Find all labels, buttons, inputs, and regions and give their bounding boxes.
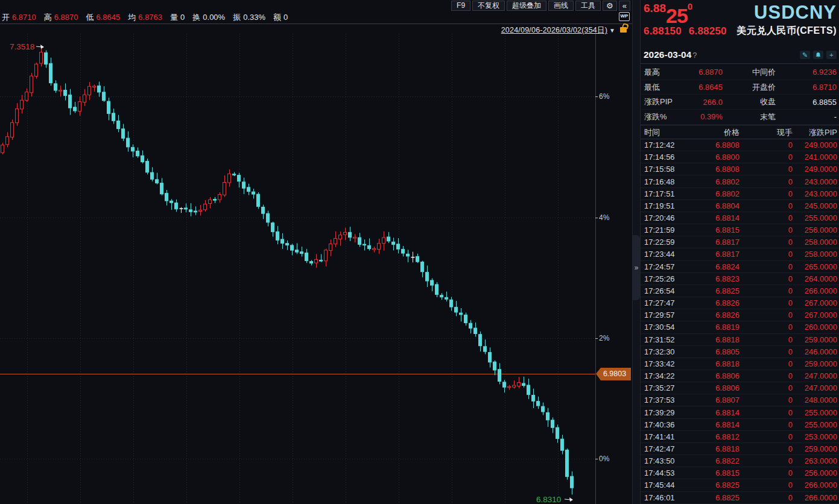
table-row[interactable]: 17:17:516.88020243.0000 xyxy=(641,188,839,200)
table-row[interactable]: 17:21:596.88150256.0000 xyxy=(641,224,839,236)
candle-up xyxy=(78,102,81,112)
toolbar-button-cn1[interactable]: 不复权 xyxy=(472,1,505,11)
candle-down xyxy=(469,323,472,328)
gear-icon[interactable]: ⚙ xyxy=(603,1,617,11)
toolbar-button-cn2[interactable]: 超级叠加 xyxy=(507,1,546,11)
cell-price: 6.8818 xyxy=(696,444,739,453)
table-row[interactable]: 17:26:546.88250266.0000 xyxy=(641,285,839,297)
table-row[interactable]: 17:23:446.88170258.0000 xyxy=(641,248,839,260)
wp-window-icon[interactable]: WP xyxy=(619,12,630,21)
cell-time: 17:24:57 xyxy=(641,262,696,271)
table-row[interactable]: 17:43:506.88220263.0000 xyxy=(641,455,839,467)
unlock-icon[interactable] xyxy=(620,27,627,33)
cell-price: 6.8819 xyxy=(696,323,739,332)
candle-up xyxy=(11,122,14,137)
cell-price: 6.8823 xyxy=(696,274,739,283)
cell-time: 17:26:54 xyxy=(641,286,696,295)
candle-down xyxy=(320,260,323,261)
table-row[interactable]: 17:35:276.88060247.0000 xyxy=(641,382,839,394)
table-row[interactable]: 17:15:586.88080249.0000 xyxy=(641,163,839,175)
candle-down xyxy=(474,328,477,333)
table-row[interactable]: 17:29:576.88260267.0000 xyxy=(641,309,839,321)
table-row[interactable]: 17:31:526.88180259.0000 xyxy=(641,334,839,346)
table-row[interactable]: 17:14:566.88000241.0000 xyxy=(641,151,839,163)
table-row[interactable]: 17:25:266.88230264.0000 xyxy=(641,273,839,285)
cell-time: 17:41:41 xyxy=(641,432,696,441)
cell-time: 17:39:29 xyxy=(641,408,696,417)
cell-time: 17:44:53 xyxy=(641,468,696,477)
cell-volume: 0 xyxy=(739,165,793,174)
cell-price: 6.8817 xyxy=(696,250,739,259)
candle-down xyxy=(185,208,188,209)
candle-down xyxy=(189,210,192,212)
cell-change-pip: 259.0000 xyxy=(793,444,839,453)
table-row[interactable]: 17:45:446.88250266.0000 xyxy=(641,479,839,491)
candle-down xyxy=(286,244,289,245)
quote-row: 涨跌PIP266.0收盘6.8855 xyxy=(641,95,839,110)
candle-up xyxy=(339,235,342,239)
table-row[interactable]: 17:34:226.88060247.0000 xyxy=(641,370,839,382)
candle-down xyxy=(54,84,57,90)
info-value: 6.8645 xyxy=(97,13,121,22)
table-row[interactable]: 17:16:486.88020243.0000 xyxy=(641,175,839,187)
table-row[interactable]: 17:33:426.88180259.0000 xyxy=(641,358,839,370)
table-row[interactable]: 17:30:546.88190260.0000 xyxy=(641,321,839,333)
low-annotation-arrowhead xyxy=(569,497,573,502)
table-row[interactable]: 17:24:576.88240265.0000 xyxy=(641,261,839,273)
cell-volume: 0 xyxy=(739,238,793,247)
cell-volume: 0 xyxy=(739,262,793,271)
candle-down xyxy=(267,213,270,222)
table-row[interactable]: 17:46:016.88250266.0000 xyxy=(641,492,839,504)
edit-pencil-icon[interactable]: ✎ xyxy=(800,51,810,59)
chevron-down-icon[interactable]: ▼ xyxy=(609,27,615,34)
table-row[interactable]: 17:27:476.88260267.0000 xyxy=(641,297,839,309)
candle-down xyxy=(445,297,448,299)
panel-divider: » xyxy=(632,0,641,504)
cell-volume: 0 xyxy=(739,432,793,441)
toolbar-button-f9[interactable]: F9 xyxy=(451,1,470,11)
table-row[interactable]: 17:22:596.88170258.0000 xyxy=(641,236,839,248)
table-row[interactable]: 17:42:476.88180259.0000 xyxy=(641,443,839,455)
table-row[interactable]: 17:39:296.88140255.0000 xyxy=(641,406,839,418)
candle-down xyxy=(532,395,535,402)
info-label: 振 xyxy=(233,13,241,22)
toolbar-button-cn3[interactable]: 画线 xyxy=(548,1,574,11)
table-row[interactable]: 17:44:536.88150256.0000 xyxy=(641,467,839,479)
candle-down xyxy=(368,245,371,248)
quote-value: 0.39% xyxy=(683,112,723,121)
candle-down xyxy=(397,244,400,249)
candle-up xyxy=(30,76,33,93)
cell-time: 17:43:50 xyxy=(641,456,696,465)
table-row[interactable]: 17:41:416.88120253.0000 xyxy=(641,431,839,443)
info-item-换: 换0.00% xyxy=(192,12,225,23)
candle-up xyxy=(378,244,381,250)
ask-price: 6.88250 xyxy=(689,25,727,37)
table-row[interactable]: 17:20:466.88140255.0000 xyxy=(641,212,839,224)
date-range-selector[interactable]: 2024/09/06-2026/03/02(354日) xyxy=(501,25,607,36)
candlestick-chart-canvas[interactable]: 6%4%2%0%6.98037.35186.8310 xyxy=(0,0,632,504)
table-row[interactable]: 17:12:426.88080249.0000 xyxy=(641,139,839,151)
add-plus-icon[interactable]: + xyxy=(826,51,837,59)
panel-collapse-handle[interactable]: » xyxy=(633,235,640,300)
candle-down xyxy=(49,63,52,83)
cell-price: 6.8817 xyxy=(696,238,739,247)
candle-down xyxy=(546,412,549,420)
candle-down xyxy=(527,385,530,395)
candle-up xyxy=(353,238,356,239)
candlestick-chart-region[interactable]: 6%4%2%0%6.98037.35186.8310 F9不复权超级叠加画线工具… xyxy=(0,0,632,504)
table-row[interactable]: 17:37:536.88070248.0000 xyxy=(641,394,839,406)
table-row[interactable]: 17:40:366.88140255.0000 xyxy=(641,419,839,431)
cell-time: 17:19:51 xyxy=(641,201,696,210)
cell-time: 17:20:46 xyxy=(641,213,696,222)
toolbar-button-cn4[interactable]: 工具 xyxy=(575,1,601,11)
table-row[interactable]: 17:19:516.88040245.0000 xyxy=(641,200,839,212)
alert-bell-icon[interactable] xyxy=(813,51,823,59)
info-label: 高 xyxy=(44,13,52,22)
collapse-left-icon[interactable]: « xyxy=(619,1,630,11)
help-icon[interactable]: ? xyxy=(692,51,697,60)
cell-change-pip: 253.0000 xyxy=(793,432,839,441)
table-row[interactable]: 17:32:306.88050246.0000 xyxy=(641,346,839,358)
cell-price: 6.8814 xyxy=(696,420,739,429)
cell-time: 17:35:27 xyxy=(641,383,696,392)
candle-up xyxy=(199,210,202,212)
